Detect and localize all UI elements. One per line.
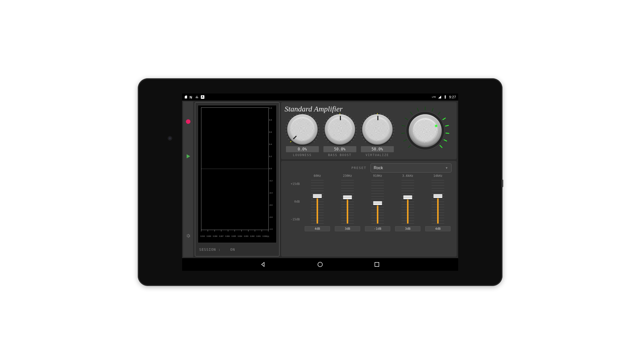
eq-slider-910Hz[interactable]	[371, 179, 384, 225]
settings-button[interactable]	[186, 233, 191, 239]
waveform-graph: 1.00.80.60.40.20.0-0.2-0.4-0.6-0.8-1.0 0…	[198, 105, 277, 243]
eq-slider-3.6kHz[interactable]	[401, 179, 414, 225]
svg-line-84	[409, 145, 411, 147]
battery-charging-icon	[443, 95, 447, 99]
play-button[interactable]	[187, 154, 190, 158]
svg-line-85	[404, 140, 406, 141]
eq-band-value: 4dB	[425, 226, 451, 231]
eq-slider-14kHz[interactable]	[432, 179, 444, 225]
svg-line-38	[326, 119, 327, 120]
record-button[interactable]	[186, 119, 190, 124]
x-axis-labels: 0.0100.0090.0080.0070.0060.0050.0040.003…	[201, 235, 269, 237]
eq-band-freq: 3.6kHz	[402, 174, 413, 178]
svg-line-56	[351, 141, 352, 142]
svg-line-86	[402, 133, 405, 133]
svg-line-13	[293, 115, 294, 116]
preset-value: Rock	[374, 166, 383, 170]
svg-line-28	[315, 139, 317, 140]
eq-scale-bot: -15dB	[285, 218, 300, 221]
session-value: ON	[230, 247, 235, 252]
svg-line-8	[285, 128, 287, 128]
svg-line-82	[390, 139, 392, 140]
svg-line-44	[343, 113, 343, 114]
virtualize-value: 50.0%	[361, 146, 394, 152]
volume-knob[interactable]	[409, 114, 442, 147]
preset-select[interactable]: Rock ▼	[371, 163, 452, 173]
svg-line-5	[286, 136, 288, 137]
equalizer-panel: PRESET Rock ▼ +15dB 0dB -15dB	[281, 161, 457, 257]
sdcard-icon	[184, 95, 188, 99]
eq-bands: 60Hz 4dB 230Hz 3dB 910Hz -1dB 3.6kHz 3dB…	[302, 174, 453, 231]
svg-line-45	[345, 114, 346, 115]
dropdown-caret-icon: ▼	[445, 166, 448, 170]
svg-line-6	[285, 133, 287, 134]
svg-line-78	[393, 128, 394, 128]
sidebar	[183, 102, 193, 257]
svg-rect-2	[198, 97, 198, 98]
svg-line-51	[355, 128, 357, 128]
graph-plot-area	[201, 107, 269, 230]
volume-indicator-dot	[435, 125, 437, 127]
app-body: 1.00.80.60.40.20.0-0.2-0.4-0.6-0.8-1.0 0…	[182, 101, 458, 258]
bassboost-value: 50.0%	[323, 146, 356, 152]
svg-line-18	[308, 114, 308, 115]
svg-line-36	[323, 125, 325, 125]
svg-line-63	[361, 125, 362, 125]
bassboost-label: BASS BOOST	[328, 153, 351, 157]
bassboost-knob[interactable]	[325, 114, 355, 145]
svg-line-87	[402, 125, 405, 126]
home-button[interactable]	[317, 261, 323, 267]
eq-band-freq: 14kHz	[433, 174, 442, 178]
svg-line-62	[360, 128, 362, 128]
svg-line-66	[366, 117, 367, 118]
svg-line-98	[440, 145, 442, 147]
svg-line-83	[388, 141, 389, 142]
network-label: LTE	[432, 96, 436, 98]
notification-n-icon: N	[190, 95, 193, 99]
eq-band-freq: 60Hz	[314, 174, 321, 178]
svg-line-88	[405, 118, 408, 119]
eq-scale: +15dB 0dB -15dB	[285, 174, 302, 231]
x-axis-ticks	[201, 230, 269, 232]
svg-line-95	[445, 125, 449, 126]
svg-line-27	[317, 136, 318, 137]
virtualize-knob[interactable]	[362, 114, 393, 145]
svg-rect-1	[197, 96, 197, 98]
amplifier-title: Standard Amplifier	[285, 105, 453, 113]
svg-line-47	[350, 117, 351, 118]
back-button[interactable]	[260, 261, 266, 267]
svg-line-31	[326, 139, 327, 140]
svg-line-3	[290, 141, 291, 142]
svg-line-57	[365, 141, 366, 142]
preset-label: PRESET	[352, 166, 366, 170]
svg-line-73	[385, 115, 386, 116]
svg-line-81	[392, 136, 393, 137]
svg-line-97	[444, 140, 447, 141]
eq-slider-60Hz[interactable]	[311, 179, 324, 225]
session-label: SESSION :	[199, 247, 221, 252]
svg-rect-0	[196, 97, 196, 98]
signal-icon	[438, 95, 441, 99]
session-status: SESSION : ON	[198, 243, 277, 254]
eq-band-freq: 230Hz	[343, 174, 352, 178]
svg-line-12	[291, 117, 292, 118]
svg-line-39	[328, 117, 329, 118]
svg-line-40	[331, 115, 332, 116]
tablet-frame: N A LTE 9:27	[138, 78, 502, 286]
svg-line-33	[323, 133, 324, 134]
svg-line-71	[380, 113, 380, 114]
eq-slider-230Hz[interactable]	[341, 179, 354, 225]
svg-line-46	[348, 115, 349, 116]
svg-line-10	[287, 122, 288, 123]
status-bar: N A LTE 9:27	[182, 93, 458, 101]
power-button[interactable]	[502, 180, 503, 187]
equalizer-icon	[195, 95, 199, 99]
recents-button[interactable]	[374, 261, 380, 267]
eq-band-value: -1dB	[365, 226, 390, 231]
loudness-knob[interactable]	[287, 114, 318, 145]
svg-line-77	[392, 125, 394, 125]
svg-line-22	[316, 122, 317, 123]
svg-line-19	[311, 115, 311, 116]
svg-line-17	[305, 113, 305, 114]
svg-line-4	[288, 139, 289, 140]
